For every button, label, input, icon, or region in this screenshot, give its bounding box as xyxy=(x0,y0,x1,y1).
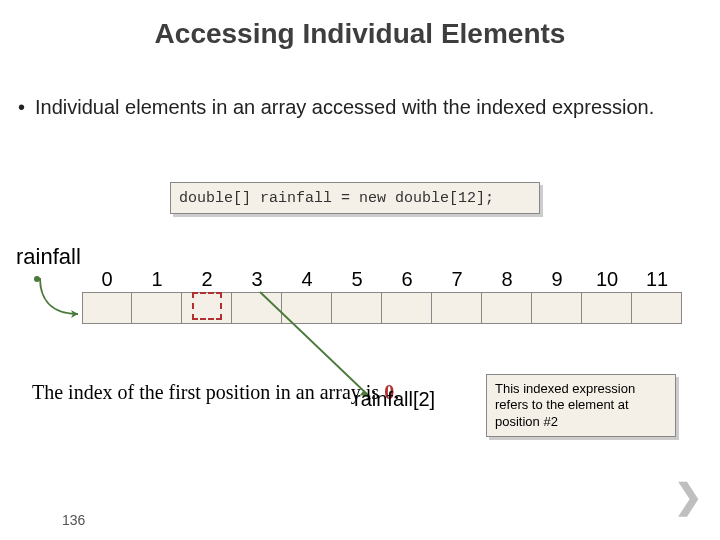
array-box xyxy=(582,292,632,324)
array-box xyxy=(432,292,482,324)
note-box: This indexed expression refers to the el… xyxy=(486,374,676,437)
array-index: 9 xyxy=(532,268,582,292)
note-text: This indexed expression refers to the el… xyxy=(495,381,635,429)
pointer-arrow xyxy=(38,276,80,316)
bullet-text: Individual elements in an array accessed… xyxy=(35,95,654,120)
array-index: 3 xyxy=(232,268,282,292)
array-index: 10 xyxy=(582,268,632,292)
chevron-right-icon: ❯ xyxy=(674,476,702,516)
caption-prefix: The index of the first position in an ar… xyxy=(32,381,384,403)
array-box xyxy=(532,292,582,324)
array-row: 0 1 2 3 4 5 6 7 8 9 10 11 xyxy=(82,268,682,324)
page-number: 136 xyxy=(62,512,85,528)
caption-first-index: The index of the first position in an ar… xyxy=(32,380,399,405)
array-index: 11 xyxy=(632,268,682,292)
array-index: 4 xyxy=(282,268,332,292)
array-cell: 8 xyxy=(482,268,532,324)
slide: { "title": "Accessing Individual Element… xyxy=(0,0,720,540)
code-declaration-box: double[] rainfall = new double[12]; xyxy=(170,182,540,214)
array-index: 6 xyxy=(382,268,432,292)
array-cell: 10 xyxy=(582,268,632,324)
array-cell: 1 xyxy=(132,268,182,324)
array-cell: 11 xyxy=(632,268,682,324)
array-cell: 6 xyxy=(382,268,432,324)
array-cell: 2 xyxy=(182,268,232,324)
array-index: 1 xyxy=(132,268,182,292)
array-index: 7 xyxy=(432,268,482,292)
array-index: 8 xyxy=(482,268,532,292)
bullet-dot: • xyxy=(18,95,25,119)
indexed-expression: rainfall[2] xyxy=(354,388,435,411)
array-index: 0 xyxy=(82,268,132,292)
array-index: 2 xyxy=(182,268,232,292)
array-variable-label: rainfall xyxy=(16,244,81,270)
array-box xyxy=(382,292,432,324)
array-cell: 9 xyxy=(532,268,582,324)
code-text: double[] rainfall = new double[12]; xyxy=(179,190,494,207)
array-box xyxy=(132,292,182,324)
array-index: 5 xyxy=(332,268,382,292)
slide-title: Accessing Individual Elements xyxy=(0,18,720,50)
array-box xyxy=(82,292,132,324)
array-box xyxy=(632,292,682,324)
array-cell: 7 xyxy=(432,268,482,324)
bullet-item: • Individual elements in an array access… xyxy=(18,95,680,120)
array-box xyxy=(182,292,232,324)
array-box xyxy=(482,292,532,324)
array-cell: 0 xyxy=(82,268,132,324)
